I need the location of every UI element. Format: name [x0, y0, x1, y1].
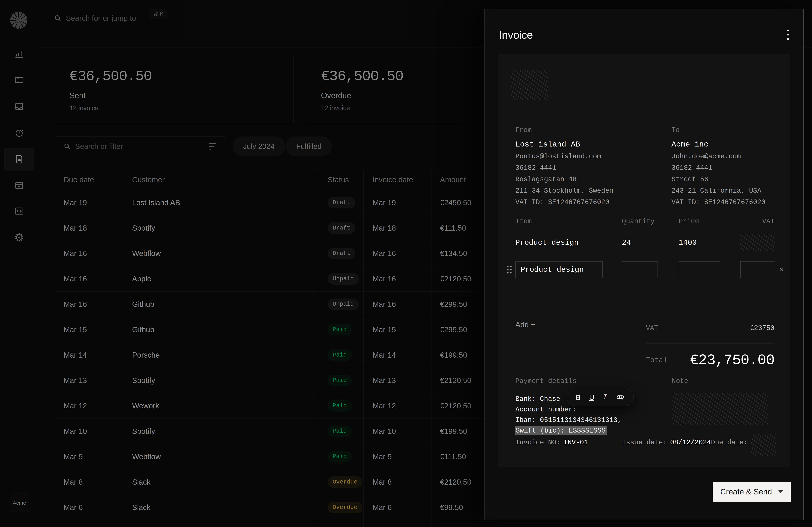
to-label: To: [671, 126, 773, 134]
issue-date-value: 08/12/2024: [670, 439, 711, 446]
item-price-input[interactable]: [679, 261, 720, 278]
sheet-header: Invoice: [499, 27, 791, 43]
item-quantity-input[interactable]: [622, 261, 658, 278]
note-block[interactable]: Note: [672, 377, 774, 425]
line-items-header: Item Quantity Price VAT: [516, 217, 774, 225]
item-name-input[interactable]: Product design: [516, 261, 603, 278]
invoice-preview-card: From Lost island AB Pontus@lostisland.co…: [498, 54, 790, 467]
logo-upload-placeholder[interactable]: [511, 70, 548, 100]
col-item: Item: [516, 217, 622, 225]
note-label: Note: [672, 377, 774, 385]
address-line: John.doe@acme.com: [671, 153, 773, 160]
due-date-label: Due date:: [711, 439, 748, 446]
address-line: 243 21 California, USA: [671, 187, 773, 195]
underline-button[interactable]: U: [589, 393, 594, 402]
invoice-no-label: Invoice NO:: [516, 439, 560, 446]
payment-line-selected: Swift (bic): ESSSSESSS: [516, 426, 651, 435]
address-line: VAT ID: SE1246767676020: [516, 198, 671, 206]
chevron-down-icon: [778, 490, 783, 493]
more-options-kebab-icon[interactable]: [785, 28, 791, 42]
from-block[interactable]: From Lost island AB Pontus@lostisland.co…: [516, 126, 671, 206]
address-line: Pontus@lostisland.com: [516, 153, 671, 160]
add-item-button[interactable]: Add +: [516, 320, 535, 329]
item-quantity: 24: [622, 239, 679, 247]
invoice-meta-row: Invoice NO: INV-01 Issue date: 08/12/202…: [516, 436, 774, 449]
item-name: Product design: [516, 239, 622, 247]
link-button[interactable]: [615, 392, 625, 402]
to-company: Acme inc: [671, 140, 773, 149]
from-lines: Pontus@lostisland.com36182-4441Roslagsga…: [516, 153, 671, 206]
address-line: Street 56: [671, 176, 773, 183]
address-line: 36182-4441: [671, 164, 773, 172]
invoice-summary: VAT €23750 Total €23,750.00: [646, 324, 774, 369]
col-price: Price: [679, 217, 740, 225]
issue-date-label: Issue date:: [622, 439, 667, 446]
address-line: 211 34 Stockholm, Sweden: [516, 187, 671, 195]
invoice-parties: From Lost island AB Pontus@lostisland.co…: [516, 126, 773, 206]
note-placeholder[interactable]: [672, 393, 768, 425]
item-vat-input[interactable]: [740, 261, 775, 278]
create-and-send-button[interactable]: Create & Send: [713, 482, 791, 502]
remove-row-icon[interactable]: ×: [779, 265, 784, 274]
total-label: Total: [646, 356, 667, 364]
create-and-send-label: Create & Send: [720, 487, 772, 496]
due-date-group[interactable]: Due date:: [711, 436, 776, 449]
vat-value: €23750: [750, 324, 774, 332]
address-line: VAT ID: SE1246767676020: [671, 198, 773, 206]
line-item-editor-row: Product design ×: [516, 261, 774, 278]
invoice-no-value: INV-01: [564, 439, 588, 446]
col-vat: VAT: [762, 217, 774, 225]
from-company: Lost island AB: [516, 140, 671, 149]
to-lines: John.doe@acme.com36182-4441Street 56243 …: [671, 153, 773, 206]
address-line: 36182-4441: [516, 164, 671, 172]
to-block[interactable]: To Acme inc John.doe@acme.com36182-4441S…: [671, 126, 773, 206]
due-date-placeholder[interactable]: [751, 434, 776, 456]
invoice-number-group[interactable]: Invoice NO: INV-01: [516, 439, 588, 446]
payment-line: Account number:: [516, 405, 651, 414]
payment-line: Iban: 0515113134346131313,: [516, 416, 651, 424]
invoice-sheet: Invoice From Lost island AB Pontus@losti…: [484, 9, 804, 520]
vat-label: VAT: [646, 324, 658, 332]
italic-button[interactable]: I: [603, 393, 607, 402]
bold-button[interactable]: B: [576, 393, 581, 402]
issue-date-group[interactable]: Issue date: 08/12/2024: [622, 439, 711, 446]
app-root: ⚙ Acme Search for or jump to ⌘ K €36,500…: [0, 0, 812, 527]
sheet-title: Invoice: [499, 28, 533, 41]
payment-details-label: Payment details: [516, 377, 651, 385]
payment-details-block[interactable]: Payment details Bank: ChaseAccount numbe…: [516, 377, 651, 435]
item-vat-placeholder: [740, 235, 775, 251]
summary-divider: [646, 343, 774, 344]
address-line: Roslagsgatan 48: [516, 176, 671, 183]
col-quantity: Quantity: [622, 217, 679, 225]
from-label: From: [516, 126, 671, 134]
drag-handle-icon[interactable]: [507, 266, 512, 273]
item-price: 1400: [679, 239, 740, 247]
link-icon: [615, 392, 625, 402]
total-value: €23,750.00: [690, 352, 774, 369]
line-items: Item Quantity Price VAT Product design 2…: [516, 217, 774, 278]
text-format-toolbar: B U I: [567, 389, 634, 406]
line-item-row: Product design 24 1400: [516, 235, 774, 251]
